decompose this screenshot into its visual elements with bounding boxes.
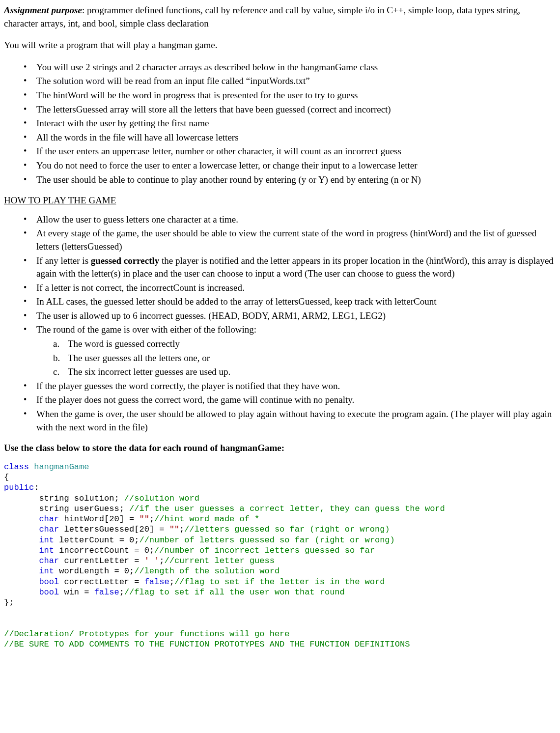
list-item: If a letter is not correct, the incorrec… bbox=[36, 282, 556, 295]
list-item: If the player does not guess the correct… bbox=[36, 394, 556, 407]
guessed-correctly-bold: guessed correctly bbox=[91, 255, 159, 266]
gameplay-list: Allow the user to guess letters one char… bbox=[4, 213, 556, 434]
list-item: At every stage of the game, the user sho… bbox=[36, 227, 556, 253]
list-item: When the game is over, the user should b… bbox=[36, 408, 556, 434]
requirements-list: You will use 2 strings and 2 character a… bbox=[4, 61, 556, 186]
list-item: All the words in the file will have all … bbox=[36, 131, 556, 144]
code-block: class hangmanGame { public: string solut… bbox=[4, 462, 556, 650]
lead-paragraph: You will write a program that will play … bbox=[4, 39, 556, 52]
list-item: If any letter is guessed correctly the p… bbox=[36, 254, 556, 281]
list-item: The hintWord will be the word in progres… bbox=[36, 89, 556, 102]
list-item: c.The six incorrect letter guesses are u… bbox=[68, 366, 556, 379]
use-class-note: Use the class below to store the data fo… bbox=[4, 442, 556, 455]
round-over-sublist: a.The word is guessed correctly b.The us… bbox=[36, 338, 556, 379]
list-item: The round of the game is over with eithe… bbox=[36, 323, 556, 378]
list-item: b.The user guesses all the letters one, … bbox=[68, 352, 556, 365]
list-item: Interact with the user by getting the fi… bbox=[36, 117, 556, 130]
list-item: The user should be able to continue to p… bbox=[36, 173, 556, 187]
how-to-play-heading: HOW TO PLAY THE GAME bbox=[4, 194, 556, 207]
list-item: The lettersGuessed array will store all … bbox=[36, 103, 556, 116]
list-item: The solution word will be read from an i… bbox=[36, 75, 556, 88]
list-item: The user is allowed up to 6 incorrect gu… bbox=[36, 310, 556, 323]
list-item: You will use 2 strings and 2 character a… bbox=[36, 61, 556, 74]
intro-label: Assignment purpose bbox=[4, 5, 82, 15]
intro-paragraph: Assignment purpose: programmer defined f… bbox=[4, 4, 556, 30]
list-item: In ALL cases, the guessed letter should … bbox=[36, 295, 556, 309]
solution-word-colored: solution word bbox=[53, 76, 105, 86]
list-item: a.The word is guessed correctly bbox=[68, 338, 556, 351]
list-item: You do not need to force the user to ent… bbox=[36, 159, 556, 172]
list-item: Allow the user to guess letters one char… bbox=[36, 213, 556, 226]
list-item: If the user enters an uppercase letter, … bbox=[36, 145, 556, 158]
list-item: If the player guesses the word correctly… bbox=[36, 380, 556, 393]
